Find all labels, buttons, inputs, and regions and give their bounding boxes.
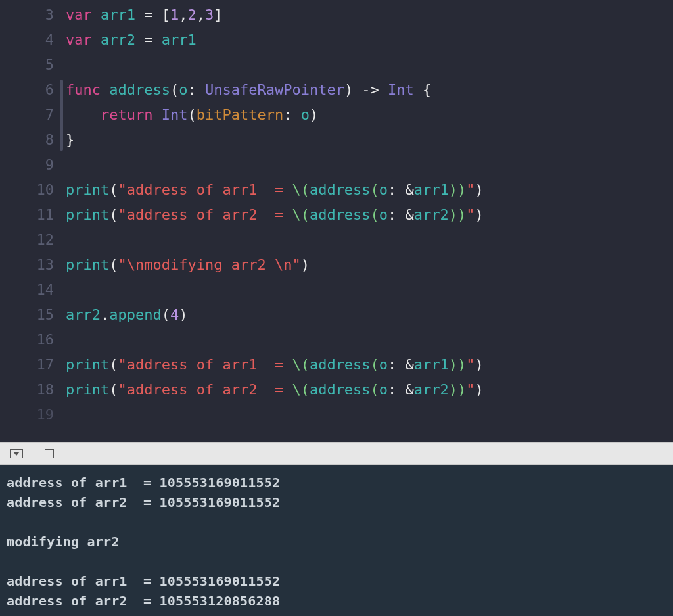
line-number: 14 — [0, 277, 54, 302]
code-line[interactable] — [66, 277, 673, 302]
code-editor[interactable]: 345678910111213141516171819 var arr1 = [… — [0, 0, 673, 442]
line-number: 13 — [0, 252, 54, 277]
svg-rect-2 — [45, 450, 54, 458]
line-number: 4 — [0, 28, 54, 53]
code-line[interactable]: print("address of arr1 = \(address(o: &a… — [66, 178, 673, 202]
line-number: 11 — [0, 202, 54, 227]
line-number: 6 — [0, 78, 54, 103]
code-line[interactable] — [66, 153, 673, 178]
line-number: 5 — [0, 53, 54, 78]
code-line[interactable]: func address(o: UnsafeRawPointer) -> Int… — [66, 78, 673, 103]
code-line[interactable]: print("address of arr2 = \(address(o: &a… — [66, 202, 673, 227]
line-number: 16 — [0, 327, 54, 352]
stop-square-icon[interactable] — [42, 448, 57, 460]
code-line[interactable] — [66, 53, 673, 78]
line-number: 8 — [0, 128, 54, 153]
code-line[interactable]: arr2.append(4) — [66, 302, 673, 327]
code-line[interactable]: print("address of arr2 = \(address(o: &a… — [66, 377, 673, 402]
code-line[interactable]: return Int(bitPattern: o) — [66, 103, 673, 128]
line-number: 12 — [0, 227, 54, 252]
line-number: 19 — [0, 402, 54, 422]
code-line[interactable] — [66, 327, 673, 352]
dropdown-triangle-icon[interactable] — [9, 448, 24, 460]
console-output[interactable]: address of arr1 = 105553169011552 addres… — [0, 465, 673, 616]
line-number: 10 — [0, 178, 54, 202]
debug-toolbar — [0, 442, 673, 465]
code-line[interactable] — [66, 227, 673, 252]
code-line[interactable]: print("\nmodifying arr2 \n") — [66, 252, 673, 277]
code-line[interactable]: var arr2 = arr1 — [66, 28, 673, 53]
change-marker — [60, 80, 63, 151]
svg-marker-1 — [13, 452, 20, 456]
line-number: 9 — [0, 153, 54, 178]
line-number: 7 — [0, 103, 54, 128]
line-number: 15 — [0, 302, 54, 327]
line-number: 17 — [0, 352, 54, 377]
code-line[interactable]: } — [66, 128, 673, 153]
code-line[interactable]: print("address of arr1 = \(address(o: &a… — [66, 352, 673, 377]
code-content[interactable]: var arr1 = [1,2,3]var arr2 = arr1func ad… — [66, 3, 673, 442]
code-line[interactable]: var arr1 = [1,2,3] — [66, 3, 673, 28]
line-number: 18 — [0, 377, 54, 402]
line-number: 3 — [0, 3, 54, 28]
line-number-gutter: 345678910111213141516171819 — [0, 3, 66, 442]
